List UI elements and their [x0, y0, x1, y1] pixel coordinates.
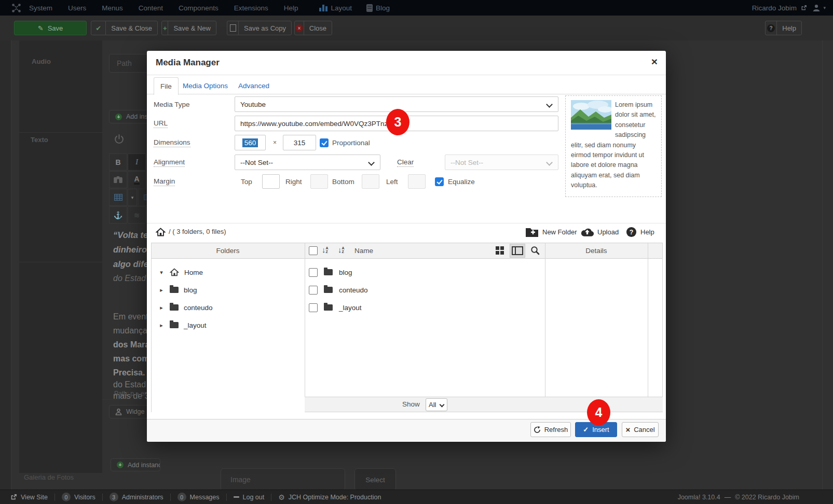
divider — [19, 132, 102, 133]
alignment-select[interactable]: --Not Set-- — [235, 155, 380, 170]
tree-item-label: _layout — [184, 321, 207, 329]
tree-item-layout[interactable]: ▸ _layout — [158, 316, 207, 334]
show-select[interactable]: All — [426, 398, 447, 411]
row-checkbox[interactable] — [309, 303, 318, 312]
menu-help[interactable]: Help — [276, 4, 306, 12]
user-name: Ricardo Jobim — [752, 4, 797, 12]
menu-menus[interactable]: Menus — [94, 4, 131, 12]
refresh-button[interactable]: Refresh — [530, 422, 571, 437]
font-color-icon[interactable]: A — [128, 171, 146, 188]
search-icon[interactable] — [530, 246, 540, 257]
table-dropdown-icon[interactable]: ▾ — [128, 189, 137, 206]
row-checkbox[interactable] — [309, 268, 318, 277]
widget-icon — [115, 409, 122, 415]
row-checkbox[interactable] — [309, 286, 318, 295]
caret-right-icon[interactable]: ▸ — [158, 304, 165, 311]
person-icon — [812, 4, 821, 12]
menu-components[interactable]: Components — [171, 4, 226, 12]
list-view-icon[interactable] — [510, 244, 525, 258]
menu-extensions[interactable]: Extensions — [226, 4, 276, 12]
media-help-button[interactable]: ? Help — [626, 227, 654, 237]
divider — [662, 243, 663, 412]
folder-icon — [170, 304, 179, 311]
home-breadcrumb-icon[interactable] — [156, 228, 166, 238]
find-icon[interactable] — [109, 171, 127, 188]
bold-icon[interactable]: B — [109, 153, 127, 171]
help-button[interactable]: ? Help — [765, 21, 802, 35]
account-menu[interactable]: ▾ — [812, 0, 826, 16]
visitors-status[interactable]: 0 Visitors — [55, 493, 102, 501]
divider — [822, 40, 823, 489]
cancel-button[interactable]: × Cancel — [622, 422, 659, 437]
select-button[interactable]: Select — [354, 468, 396, 491]
save-label: Save — [48, 24, 63, 32]
new-folder-label: New Folder — [542, 228, 577, 236]
tab-advanced[interactable]: Advanced — [238, 77, 269, 94]
file-row-conteudo[interactable]: conteudo — [309, 281, 368, 299]
administrators-status[interactable]: 3 Administrators — [103, 493, 170, 501]
sort-desc-icon[interactable]: ↓AZ — [338, 246, 345, 254]
menu-users[interactable]: Users — [60, 4, 94, 12]
menu-layout[interactable]: Layout — [312, 4, 359, 12]
visitors-label: Visitors — [74, 494, 95, 501]
margin-top-input[interactable] — [262, 174, 280, 189]
editor-line: dinheiro — [113, 245, 147, 255]
messages-status[interactable]: 0 Messages — [171, 493, 226, 501]
menu-system[interactable]: System — [21, 4, 60, 12]
name-column-header: Name — [354, 243, 386, 259]
menu-content[interactable]: Content — [131, 4, 171, 12]
editor-line: do Estad — [113, 380, 146, 389]
grid-view-icon[interactable] — [496, 246, 504, 255]
anchor-icon[interactable]: ⚓ — [109, 206, 127, 223]
modal-close-icon[interactable]: × — [651, 55, 658, 68]
tree-item-conteudo[interactable]: ▸ conteudo — [158, 299, 213, 316]
refresh-label: Refresh — [544, 426, 568, 433]
user-menu[interactable]: Ricardo Jobim — [752, 0, 807, 16]
equalize-checkbox[interactable] — [435, 177, 444, 186]
file-row-blog[interactable]: blog — [309, 263, 352, 281]
save-close-button[interactable]: ✔ Save & Close — [91, 21, 158, 35]
file-row-layout[interactable]: _layout — [309, 299, 362, 316]
caret-right-icon[interactable]: ▸ — [158, 287, 165, 293]
select-all-checkbox[interactable] — [309, 246, 318, 255]
save-new-button[interactable]: + Save & New — [161, 21, 216, 35]
tree-item-home[interactable]: ▾ Home — [158, 263, 203, 281]
table-icon[interactable] — [109, 189, 127, 206]
margin-label: Margin — [154, 174, 175, 189]
add-instance-button-gallery[interactable]: + Add instance — [111, 458, 160, 471]
width-input[interactable]: 560 — [235, 135, 266, 150]
new-folder-button[interactable]: New Folder — [525, 227, 577, 237]
logout-link[interactable]: Log out — [227, 494, 271, 501]
dash: — — [725, 494, 731, 501]
editor-line: “Volta te — [113, 230, 148, 240]
media-help-label: Help — [640, 228, 654, 236]
menu-blog[interactable]: Blog — [359, 4, 397, 12]
height-input[interactable]: 315 — [283, 135, 316, 150]
editor-line: do Estad — [113, 274, 146, 283]
break-icon[interactable]: ≋ — [128, 206, 146, 223]
caret-down-icon[interactable]: ▾ — [158, 269, 165, 276]
tab-media-options[interactable]: Media Options — [183, 77, 228, 94]
image-input[interactable]: Image — [221, 468, 345, 491]
tab-file[interactable]: File — [154, 77, 179, 95]
italic-icon[interactable]: I — [128, 153, 146, 171]
caret-right-icon[interactable]: ▸ — [158, 322, 165, 329]
proportional-checkbox[interactable] — [320, 138, 329, 147]
tree-item-blog[interactable]: ▸ blog — [158, 281, 197, 299]
home-icon — [170, 268, 179, 276]
clear-select[interactable]: --Not Set-- — [445, 155, 558, 170]
upload-button[interactable]: Upload — [581, 227, 619, 237]
save-button[interactable]: ✎ Save — [14, 21, 87, 35]
alignment-label: Alignment — [154, 155, 185, 170]
copy-icon — [227, 21, 239, 35]
power-toggle-icon[interactable] — [114, 134, 125, 147]
close-button[interactable]: × Close — [294, 21, 332, 35]
jch-optimize-status[interactable]: ⚙ JCH Optimize Mode: Production — [271, 493, 388, 501]
save-new-label: Save & New — [168, 24, 216, 32]
save-copy-button[interactable]: Save as Copy — [227, 21, 292, 35]
sort-asc-icon[interactable]: ↓AZ — [322, 246, 329, 254]
tree-item-label: blog — [184, 286, 197, 294]
step-4-badge: 4 — [587, 399, 610, 426]
save-close-label: Save & Close — [106, 24, 157, 32]
view-site-link[interactable]: View Site — [0, 494, 54, 501]
